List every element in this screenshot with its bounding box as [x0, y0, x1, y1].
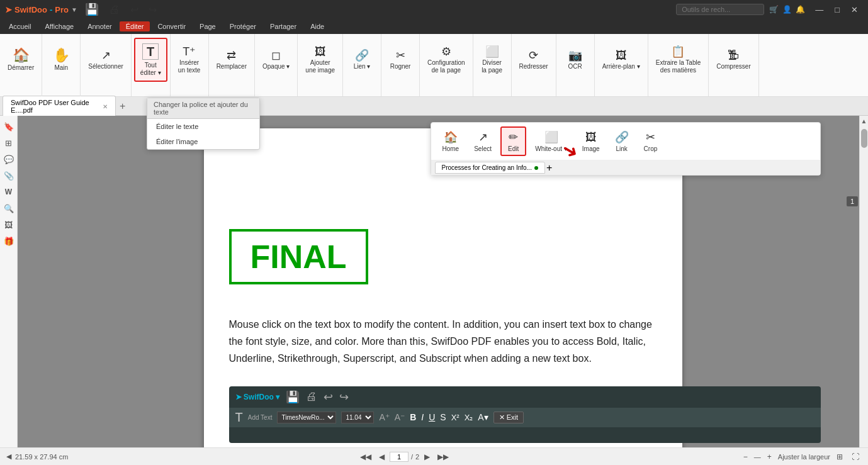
next-page-button[interactable]: ▶ — [422, 452, 432, 462]
font-family-select[interactable]: TimesNewRo... — [277, 412, 336, 423]
bell-icon[interactable]: 🔔 — [796, 5, 805, 14]
font-color-button[interactable]: A▾ — [478, 412, 488, 422]
compresser-button[interactable]: 🗜 Compresser — [711, 38, 755, 82]
bold-button[interactable]: B — [410, 412, 416, 422]
editer-image-item[interactable]: Éditer l'image — [147, 134, 259, 149]
first-page-button[interactable]: ◀◀ — [358, 452, 374, 462]
zoom-out-button[interactable]: − — [741, 452, 750, 462]
inner-print-icon[interactable]: 🖨 — [306, 390, 317, 403]
font-shrink-icon[interactable]: A⁻ — [395, 412, 405, 422]
sidebar-attach-icon[interactable]: 📎 — [2, 169, 16, 182]
menu-page[interactable]: Page — [193, 21, 222, 31]
diviser-button[interactable]: ⬜ Diviserla page — [476, 38, 509, 82]
inner-redo-icon[interactable]: ↪ — [339, 390, 349, 404]
tout-editer-button[interactable]: T Toutéditer ▾ — [134, 38, 167, 82]
inner-edit-label: Edit — [508, 145, 519, 152]
inner-image-label: Image — [582, 145, 600, 152]
sidebar-bookmark-icon[interactable]: 🔖 — [2, 120, 16, 133]
scroll-thumb[interactable] — [861, 129, 867, 148]
zoom-in-button[interactable]: + — [765, 452, 774, 462]
arriere-plan-button[interactable]: 🖼 Arrière-plan ▾ — [597, 38, 645, 82]
sidebar-gift-icon[interactable]: 🎁 — [2, 234, 16, 248]
prev-page-button[interactable]: ◀ — [376, 452, 387, 462]
status-right: − — + Ajuster la largeur ⊞ ⛶ — [741, 452, 862, 462]
sidebar-image-icon[interactable]: 🖼 — [2, 218, 16, 232]
selectionner-button[interactable]: ↗ Sélectionner — [83, 38, 128, 82]
sidebar-w-icon[interactable]: W — [2, 185, 16, 199]
dimensions-label: 21.59 x 27.94 cm — [15, 453, 68, 461]
strikethrough-button[interactable]: S — [440, 412, 446, 422]
scroll-up-arrow[interactable]: ▲ — [859, 116, 868, 126]
ocr-button[interactable]: 📷 OCR — [559, 38, 592, 82]
remplacer-button[interactable]: ⇄ Remplacer — [211, 38, 252, 82]
menu-affichage[interactable]: Affichage — [38, 21, 80, 31]
expand-sidebar-button[interactable]: ◀ — [6, 452, 11, 461]
redresser-button[interactable]: ⟳ Redresser — [514, 38, 553, 82]
editer-texte-item[interactable]: Éditer le texte — [147, 119, 259, 134]
inner-home-button[interactable]: 🏠 Home — [436, 128, 466, 155]
main-button[interactable]: ✋ Main — [45, 38, 77, 82]
inner-tab-add-button[interactable]: + — [546, 162, 552, 174]
select-icon: ↗ — [101, 50, 111, 61]
inner-image-button[interactable]: 🖼 Image — [576, 128, 606, 155]
maximize-button[interactable]: □ — [830, 4, 845, 16]
minimize-button[interactable]: — — [810, 4, 828, 16]
current-page-input[interactable] — [390, 452, 409, 462]
undo-icon[interactable]: ↩ — [128, 3, 141, 17]
config-page-button[interactable]: ⚙ Configurationde la page — [422, 38, 470, 82]
demarrer-button[interactable]: 🏠 Démarrer — [3, 38, 39, 82]
tab-close-button[interactable]: ✕ — [103, 103, 108, 110]
inner-link-button[interactable]: 🔗 Link — [609, 128, 635, 155]
menu-proteger[interactable]: Protéger — [223, 21, 262, 31]
opaque-label: Opaque ▾ — [262, 63, 290, 70]
inner-select-button[interactable]: ↗ Select — [468, 128, 498, 155]
opaque-button[interactable]: ◻ Opaque ▾ — [257, 38, 295, 82]
fullscreen-button[interactable]: ⛶ — [849, 452, 862, 462]
tab-pdf-guide[interactable]: SwifDoo PDF User Guide E....pdf ✕ — [3, 96, 116, 116]
sidebar-grid-icon[interactable]: ⊞ — [2, 136, 16, 150]
cart-icon[interactable]: 🛒 — [769, 5, 779, 14]
status-bar: ◀ 21.59 x 27.94 cm ◀◀ ◀ / 2 ▶ ▶▶ − — + A… — [0, 447, 868, 465]
inner-save-icon[interactable]: 💾 — [286, 390, 300, 404]
font-grow-icon[interactable]: A⁺ — [379, 412, 389, 422]
lien-button[interactable]: 🔗 Lien ▾ — [346, 38, 378, 82]
extract-icon: 📋 — [671, 46, 685, 57]
user-icon[interactable]: 👤 — [782, 5, 792, 14]
menu-accueil[interactable]: Accueil — [3, 21, 37, 31]
inner-crop-button[interactable]: ✂ Crop — [638, 128, 664, 155]
font-size-select[interactable]: 11.04 — [341, 412, 374, 423]
inserer-button[interactable]: T⁺ Insérerun texte — [173, 38, 206, 82]
menu-aide[interactable]: Aide — [304, 21, 330, 31]
close-button[interactable]: ✕ — [846, 4, 863, 16]
last-page-button[interactable]: ▶▶ — [435, 452, 451, 462]
search-input[interactable] — [676, 4, 764, 15]
final-text: FINAL — [251, 238, 347, 275]
subscript-button[interactable]: X₂ — [465, 413, 473, 422]
zoom-fit-width-button[interactable]: ⊞ — [834, 452, 845, 462]
inner-undo-icon[interactable]: ↩ — [324, 390, 333, 404]
redo-icon[interactable]: ↪ — [146, 3, 159, 17]
rogner-button[interactable]: ✂ Rogner — [384, 38, 417, 82]
sidebar-search-icon[interactable]: 🔍 — [2, 201, 16, 215]
dropdown-arrow-icon[interactable]: ▼ — [71, 6, 77, 13]
menu-annoter[interactable]: Annoter — [81, 21, 118, 31]
menu-convertir[interactable]: Convertir — [151, 21, 192, 31]
print-icon[interactable]: 🖨 — [106, 2, 123, 18]
menu-editer[interactable]: Éditer — [120, 21, 150, 31]
inner-whiteout-button[interactable]: ⬜ White-out ▾ — [529, 128, 573, 155]
save-icon[interactable]: 💾 — [82, 1, 101, 18]
extraire-button[interactable]: 📋 Extraire la Tabledes matières — [651, 38, 706, 82]
italic-button[interactable]: I — [421, 412, 424, 422]
sidebar-comment-icon[interactable]: 💬 — [2, 152, 16, 166]
tab-add-button[interactable]: + — [116, 101, 129, 112]
inner-addtext-label: Add Text — [248, 414, 273, 421]
tab-bar: SwifDoo PDF User Guide E....pdf ✕ + — [0, 97, 868, 116]
exit-button[interactable]: ✕ Exit — [493, 412, 524, 423]
inner-edit-button[interactable]: ✏ Edit — [500, 126, 526, 156]
underline-button[interactable]: U — [429, 412, 435, 422]
ribbon-group-compresser: 🗜 Compresser — [709, 34, 758, 96]
menu-partager[interactable]: Partager — [264, 21, 303, 31]
ajouter-image-button[interactable]: 🖼 Ajouterune image — [300, 38, 340, 82]
inner-tab-item[interactable]: Processes for Creating an Info... — [435, 162, 545, 174]
superscript-button[interactable]: X² — [451, 413, 459, 422]
